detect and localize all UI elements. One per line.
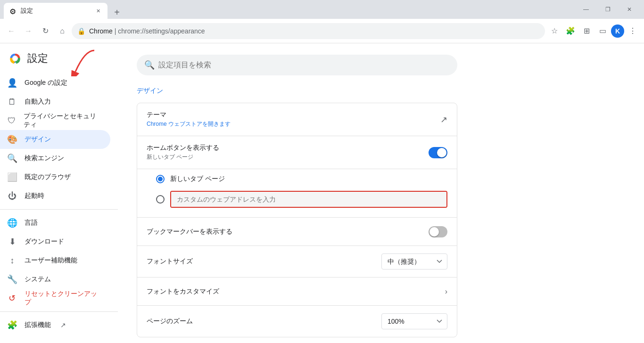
forward-button[interactable]: → bbox=[21, 24, 36, 39]
extensions-icon: 🧩 bbox=[8, 320, 17, 330]
settings-search-bar[interactable]: 🔍 bbox=[137, 55, 457, 75]
font-size-content: フォントサイズ bbox=[147, 257, 374, 266]
page-zoom-action: 75% 90% 100% 110% 125% 150% bbox=[381, 313, 447, 329]
theme-row: テーマ Chrome ウェブストアを開きます ↗ bbox=[137, 103, 457, 136]
sidebar-item-autofill[interactable]: 🗒 自動入力 bbox=[0, 92, 110, 111]
chevron-right-icon: › bbox=[445, 287, 447, 295]
split-view-button[interactable]: ▭ bbox=[595, 24, 610, 39]
tab-title: 設定 bbox=[21, 7, 91, 15]
site-security-icon: 🔒 bbox=[77, 27, 85, 35]
home-button-title: ホームボタンを表示する bbox=[147, 144, 421, 152]
external-link-icon[interactable]: ↗ bbox=[440, 115, 447, 124]
sidebar-item-design[interactable]: 🎨 デザイン bbox=[0, 130, 110, 149]
sidebar-item-startup[interactable]: ⏻ 起動時 bbox=[0, 187, 110, 205]
google-settings-icon: 👤 bbox=[8, 78, 17, 88]
accessibility-icon: ↕ bbox=[8, 256, 17, 266]
font-customize-content: フォントをカスタマイズ bbox=[147, 287, 438, 296]
page-zoom-dropdown[interactable]: 75% 90% 100% 110% 125% 150% bbox=[381, 313, 447, 329]
font-size-action: 極小 小 中（推奨） 大 極大 bbox=[381, 253, 447, 270]
reset-icon: ↺ bbox=[8, 293, 17, 303]
back-button[interactable]: ← bbox=[4, 24, 19, 39]
minimize-button[interactable]: — bbox=[575, 2, 597, 17]
home-button-toggle[interactable] bbox=[429, 147, 447, 158]
bookmarks-bar-title: ブックマークバーを表示する bbox=[147, 228, 421, 236]
theme-row-content: テーマ Chrome ウェブストアを開きます bbox=[147, 111, 433, 128]
home-button-subtitle: 新しいタブ ページ bbox=[147, 153, 421, 161]
font-size-row: フォントサイズ 極小 小 中（推奨） 大 極大 bbox=[137, 246, 457, 278]
default-browser-icon: ⬜ bbox=[8, 172, 17, 182]
profile-apps-button[interactable]: ⊞ bbox=[579, 24, 594, 39]
navigation-bar: ← → ↻ ⌂ 🔒 Chrome | chrome://settings/app… bbox=[0, 19, 644, 43]
radio-new-tab-label: 新しいタブ ページ bbox=[170, 175, 225, 183]
startup-icon: ⏻ bbox=[8, 191, 17, 201]
font-size-title: フォントサイズ bbox=[147, 257, 374, 266]
page-zoom-content: ページのズーム bbox=[147, 317, 374, 326]
tab-close-button[interactable]: ✕ bbox=[94, 7, 102, 15]
radio-custom-url-button[interactable] bbox=[156, 195, 165, 204]
home-button-radio-group: 新しいタブ ページ bbox=[137, 169, 457, 218]
home-button[interactable]: ⌂ bbox=[55, 24, 70, 39]
home-button-toggle-container bbox=[429, 147, 447, 158]
sidebar-item-system[interactable]: 🔧 システム bbox=[0, 270, 110, 289]
sidebar-item-google[interactable]: 👤 Google の設定 bbox=[0, 74, 110, 92]
toggle-knob bbox=[437, 148, 446, 157]
search-engine-icon: 🔍 bbox=[8, 153, 17, 163]
sidebar-item-privacy[interactable]: 🛡 プライバシーとセキュリティ bbox=[0, 111, 110, 130]
radio-option-custom-url bbox=[156, 191, 447, 208]
window-controls: — ❐ ✕ bbox=[575, 2, 640, 19]
language-icon: 🌐 bbox=[8, 218, 17, 228]
extension-puzzle-button[interactable]: 🧩 bbox=[563, 24, 578, 39]
extensions-external-icon: ↗ bbox=[60, 321, 66, 329]
section-title: デザイン bbox=[137, 87, 625, 95]
active-tab[interactable]: ⚙ 設定 ✕ bbox=[4, 3, 107, 19]
settings-card: テーマ Chrome ウェブストアを開きます ↗ ホームボタンを表示する 新しい… bbox=[137, 103, 457, 337]
sidebar: 設定 👤 Google の設定 🗒 自動入力 🛡 プライバシーとセキュリティ 🎨… bbox=[0, 43, 118, 343]
nav-actions: ☆ 🧩 ⊞ ▭ K ⋮ bbox=[547, 24, 640, 39]
privacy-icon: 🛡 bbox=[8, 116, 16, 126]
tab-favicon: ⚙ bbox=[9, 7, 17, 15]
sidebar-item-search-engine[interactable]: 🔍 検索エンジン bbox=[0, 149, 110, 168]
sidebar-divider-2 bbox=[0, 311, 118, 312]
theme-subtitle[interactable]: Chrome ウェブストアを開きます bbox=[147, 120, 433, 128]
font-customize-title: フォントをカスタマイズ bbox=[147, 287, 438, 296]
sidebar-item-download[interactable]: ⬇ ダウンロード bbox=[0, 232, 110, 251]
home-button-row: ホームボタンを表示する 新しいタブ ページ bbox=[137, 136, 457, 169]
font-size-dropdown[interactable]: 極小 小 中（推奨） 大 極大 bbox=[381, 253, 447, 270]
bookmarks-bar-content: ブックマークバーを表示する bbox=[147, 228, 421, 236]
search-icon: 🔍 bbox=[144, 60, 155, 70]
svg-point-7 bbox=[13, 57, 17, 60]
url-path: chrome://settings/appearance bbox=[118, 27, 205, 35]
maximize-button[interactable]: ❐ bbox=[597, 2, 619, 17]
bookmark-button[interactable]: ☆ bbox=[547, 24, 562, 39]
address-bar[interactable]: 🔒 Chrome | chrome://settings/appearance bbox=[72, 23, 545, 39]
bookmarks-toggle-knob bbox=[429, 227, 439, 237]
settings-search-input[interactable] bbox=[158, 61, 450, 69]
page-zoom-row: ページのズーム 75% 90% 100% 110% 125% 150% bbox=[137, 306, 457, 337]
sidebar-item-accessibility[interactable]: ↕ ユーザー補助機能 bbox=[0, 251, 110, 270]
system-icon: 🔧 bbox=[8, 274, 17, 285]
radio-new-tab-button[interactable] bbox=[156, 175, 165, 183]
close-button[interactable]: ✕ bbox=[619, 2, 640, 17]
radio-option-new-tab: 新しいタブ ページ bbox=[156, 175, 447, 183]
sidebar-item-reset[interactable]: ↺ リセットとクリーンアップ bbox=[0, 289, 110, 308]
page-zoom-title: ページのズーム bbox=[147, 317, 374, 326]
settings-title: 設定 bbox=[27, 51, 48, 65]
reload-button[interactable]: ↻ bbox=[38, 24, 53, 39]
font-customize-action: › bbox=[445, 287, 447, 296]
bookmarks-bar-toggle[interactable] bbox=[429, 226, 447, 237]
home-button-content: ホームボタンを表示する 新しいタブ ページ bbox=[147, 144, 421, 161]
sidebar-item-extensions[interactable]: 🧩 拡張機能 ↗ bbox=[0, 316, 110, 335]
content-area: 🔍 デザイン テーマ Chrome ウェブストアを開きます ↗ bbox=[118, 43, 644, 343]
font-customize-row[interactable]: フォントをカスタマイズ › bbox=[137, 278, 457, 306]
url-text: Chrome | chrome://settings/appearance bbox=[89, 27, 539, 35]
menu-button[interactable]: ⋮ bbox=[625, 24, 640, 39]
custom-url-input[interactable] bbox=[171, 192, 446, 207]
sidebar-item-default-browser[interactable]: ⬜ 既定のブラウザ bbox=[0, 168, 110, 187]
profile-button[interactable]: K bbox=[611, 24, 624, 38]
sidebar-item-language[interactable]: 🌐 言語 bbox=[0, 213, 110, 232]
new-tab-button[interactable]: + bbox=[109, 6, 124, 19]
download-icon: ⬇ bbox=[8, 237, 17, 247]
sidebar-header: 設定 bbox=[0, 47, 118, 74]
url-brand: Chrome bbox=[89, 27, 113, 35]
chrome-logo-icon bbox=[8, 51, 23, 66]
